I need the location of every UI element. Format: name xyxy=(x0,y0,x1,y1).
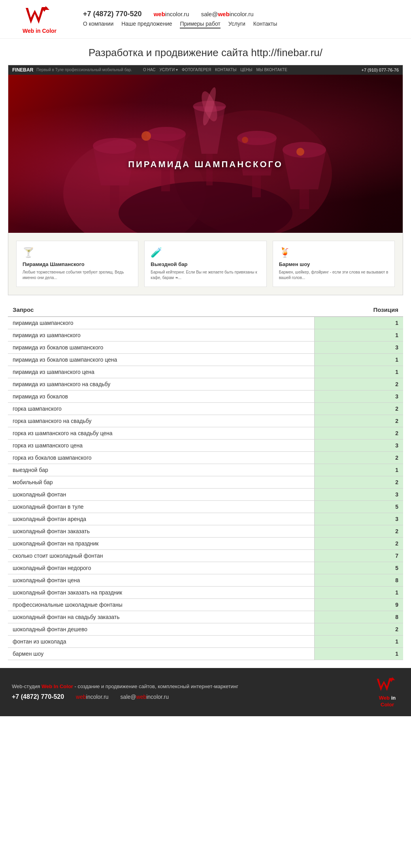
footer-left: Web-студия Web In Color - создание и про… xyxy=(12,683,238,700)
svg-marker-26 xyxy=(377,679,391,691)
query-cell: пирамида из бокалов шампанского цена xyxy=(8,353,314,366)
card-text-1: Барный кейтеринг. Если Вы не желаете быт… xyxy=(151,270,260,281)
table-row: горка из бокалов шампанского2 xyxy=(8,451,403,464)
preview-nav-contacts: КОНТАКТЫ xyxy=(215,68,236,72)
nav-offer[interactable]: Наше предложение xyxy=(121,21,172,28)
position-cell: 5 xyxy=(314,500,403,513)
position-cell: 8 xyxy=(314,574,403,586)
query-cell: шоколадный фонтан дешево xyxy=(8,623,314,635)
table-row: пирамида из бокалов шампанского цена1 xyxy=(8,353,403,366)
preview-subtitle: Первый в Туле профессиональный мобильный… xyxy=(36,68,132,72)
position-cell: 3 xyxy=(314,341,403,353)
svg-rect-20 xyxy=(300,189,309,209)
query-cell: сколько стоит шоколадный фонтан xyxy=(8,549,314,562)
position-cell: 5 xyxy=(314,562,403,574)
query-cell: горка из шампанского цена xyxy=(8,439,314,451)
query-cell: горка шампанского на свадьбу xyxy=(8,415,314,427)
position-cell: 2 xyxy=(314,476,403,488)
table-row: пирамида из шампанского1 xyxy=(8,329,403,341)
header-site-link[interactable]: webincolor.ru xyxy=(154,11,189,17)
footer-phone: +7 (4872) 770-520 xyxy=(12,693,64,700)
position-cell: 1 xyxy=(314,317,403,329)
table-row: шоколадный фонтан дешево2 xyxy=(8,623,403,635)
query-cell: шоколадный фонтан в туле xyxy=(8,500,314,513)
query-cell: шоколадный фонтан на праздник xyxy=(8,537,314,549)
position-cell: 2 xyxy=(314,451,403,464)
table-row: шоколадный фонтан на свадьбу заказать8 xyxy=(8,611,403,623)
preview-nav-services: УСЛУГИ ▾ xyxy=(160,68,178,72)
query-cell: бармен шоу xyxy=(8,647,314,660)
position-cell: 3 xyxy=(314,488,403,500)
preview-nav-vk: МЫ ВКОНТАКТЕ xyxy=(256,68,287,72)
preview-hero: ПИРАМИДА ШАМПАНСКОГО xyxy=(8,75,403,233)
table-row: шоколадный фонтан в туле5 xyxy=(8,500,403,513)
query-cell: пирамида из бокалов шампанского xyxy=(8,341,314,353)
results-table-section: Запрос Позиция пирамида шампанского1пира… xyxy=(8,303,403,660)
svg-rect-8 xyxy=(110,185,119,209)
preview-nav-prices: ЦЕНЫ xyxy=(240,68,252,72)
preview-card-2: 🍹 Бармен шоу Бармен, шейкер, флэйринг - … xyxy=(273,241,395,287)
footer-contacts: +7 (4872) 770-520 webincolor.ru sale@web… xyxy=(12,693,238,700)
query-cell: пирамида из бокалов xyxy=(8,390,314,402)
nav-about[interactable]: О компании xyxy=(83,21,113,28)
preview-nav: О НАС УСЛУГИ ▾ ФОТОГАЛЕРЕЯ КОНТАКТЫ ЦЕНЫ… xyxy=(143,68,287,72)
card-icon-2: 🍹 xyxy=(279,247,388,258)
table-row: горка шампанского2 xyxy=(8,402,403,415)
query-cell: пирамида из шампанского на свадьбу xyxy=(8,378,314,390)
results-table: Запрос Позиция пирамида шампанского1пира… xyxy=(8,303,403,660)
card-title-1: Выездной бар xyxy=(151,261,260,267)
table-row: пирамида из шампанского на свадьбу2 xyxy=(8,378,403,390)
footer-site-link[interactable]: webincolor.ru xyxy=(76,694,109,700)
table-row: бармен шоу1 xyxy=(8,647,403,660)
nav-contacts[interactable]: Контакты xyxy=(253,21,277,28)
col-query-header: Запрос xyxy=(8,303,314,317)
card-title-0: Пирамида Шампанского xyxy=(23,261,132,267)
preview-phone: +7 (910) 077-76-76 xyxy=(362,68,399,72)
header-email[interactable]: sale@webincolor.ru xyxy=(201,11,254,17)
nav-services[interactable]: Услуги xyxy=(228,21,245,28)
query-cell: шоколадный фонтан цена xyxy=(8,574,314,586)
table-row: шоколадный фонтан цена8 xyxy=(8,574,403,586)
logo-area[interactable]: Web in Color xyxy=(8,4,71,34)
table-row: фонтан из шоколада1 xyxy=(8,635,403,647)
footer-tagline: Web-студия Web In Color - создание и про… xyxy=(12,683,238,689)
query-cell: шоколадный фонтан на свадьбу заказать xyxy=(8,611,314,623)
svg-rect-17 xyxy=(252,175,261,197)
card-title-2: Бармен шоу xyxy=(279,261,388,267)
query-cell: пирамида из шампанского xyxy=(8,329,314,341)
table-row: мобильный бар2 xyxy=(8,476,403,488)
logo-text: Web in Color xyxy=(23,28,57,34)
query-cell: выездной бар xyxy=(8,464,314,476)
svg-point-24 xyxy=(296,148,304,156)
site-footer: Web-студия Web In Color - создание и про… xyxy=(0,668,411,716)
col-position-header: Позиция xyxy=(314,303,403,317)
table-row: пирамида из бокалов3 xyxy=(8,390,403,402)
query-cell: мобильный бар xyxy=(8,476,314,488)
position-cell: 1 xyxy=(314,647,403,660)
footer-email[interactable]: sale@webincolor.ru xyxy=(121,694,169,700)
position-cell: 7 xyxy=(314,549,403,562)
preview-card-0: 🍸 Пирамида Шампанского Любые торжественн… xyxy=(16,241,138,287)
query-cell: профессиональные шоколадные фонтаны xyxy=(8,598,314,611)
glasses-svg xyxy=(8,75,403,233)
position-cell: 9 xyxy=(314,598,403,611)
position-cell: 2 xyxy=(314,427,403,439)
table-row: профессиональные шоколадные фонтаны9 xyxy=(8,598,403,611)
website-preview: FINEBAR Первый в Туле профессиональный м… xyxy=(8,65,403,295)
query-cell: горка из бокалов шампанского xyxy=(8,451,314,464)
position-cell: 1 xyxy=(314,586,403,598)
position-cell: 2 xyxy=(314,415,403,427)
page-title-section: Разработка и продвижение сайта http://fi… xyxy=(0,39,411,65)
position-cell: 2 xyxy=(314,378,403,390)
svg-marker-28 xyxy=(392,677,395,680)
table-row: сколько стоит шоколадный фонтан7 xyxy=(8,549,403,562)
query-cell: шоколадный фонтан заказать xyxy=(8,525,314,537)
position-cell: 2 xyxy=(314,623,403,635)
card-icon-0: 🍸 xyxy=(23,247,132,258)
footer-logo-icon xyxy=(375,676,399,695)
nav-portfolio[interactable]: Примеры работ xyxy=(180,21,220,28)
query-cell: шоколадный фонтан xyxy=(8,488,314,500)
query-cell: горка шампанского xyxy=(8,402,314,415)
position-cell: 3 xyxy=(314,439,403,451)
position-cell: 1 xyxy=(314,329,403,341)
